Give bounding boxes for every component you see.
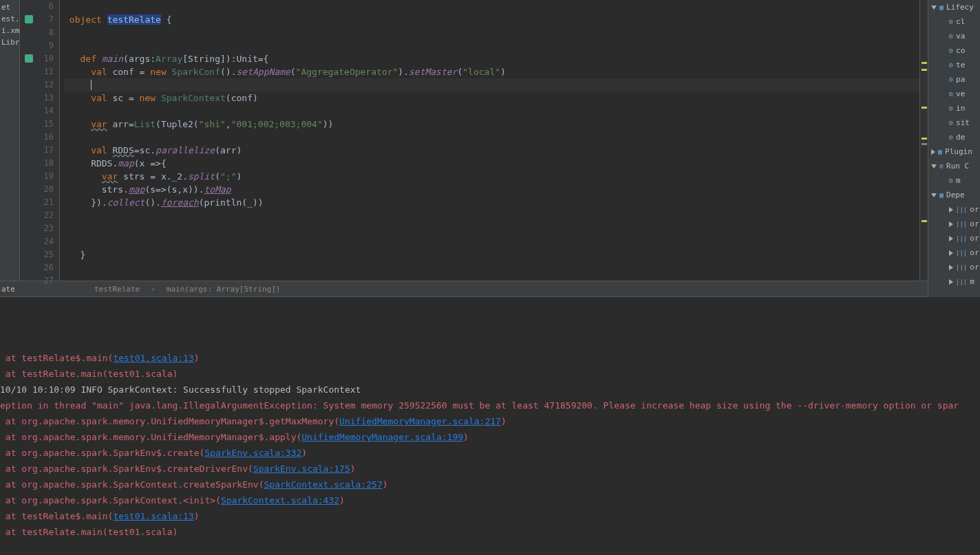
run-console[interactable]: ⚙ ↓ at testRelate$.main(test01.scala:13)… xyxy=(0,297,980,555)
tree-node[interactable]: ⚙in xyxy=(928,101,980,116)
line-number[interactable]: 17 xyxy=(20,144,54,157)
tree-node[interactable]: ▦Lifecy xyxy=(928,0,980,14)
code-line[interactable] xyxy=(64,26,919,39)
expand-icon[interactable] xyxy=(949,279,953,285)
line-number[interactable]: 27 xyxy=(20,274,54,287)
line-number[interactable]: 10 xyxy=(20,52,54,65)
tree-node[interactable]: |||or xyxy=(928,231,980,246)
console-line[interactable]: at org.apache.spark.SparkEnv$.createDriv… xyxy=(0,461,980,477)
code-line[interactable]: }).collect().foreach(println(_)) xyxy=(64,196,919,209)
tree-node[interactable]: |||or xyxy=(928,260,980,274)
console-line[interactable]: eption in thread "main" java.lang.Illega… xyxy=(0,398,980,413)
expand-icon[interactable] xyxy=(931,149,935,155)
line-number[interactable]: 8 xyxy=(20,26,54,39)
stacktrace-link[interactable]: SparkContext.scala:257 xyxy=(264,479,383,490)
method-gutter-icon[interactable] xyxy=(24,54,34,63)
line-number[interactable]: 13 xyxy=(20,91,54,105)
editor-gutter[interactable]: 6789101112131415161718192021222324252627 xyxy=(20,0,60,281)
code-line[interactable]: } xyxy=(64,248,919,261)
stacktrace-link[interactable]: SparkEnv.scala:175 xyxy=(253,464,350,474)
line-number[interactable]: 16 xyxy=(20,131,54,144)
console-line[interactable]: at org.apache.spark.memory.UnifiedMemory… xyxy=(0,429,980,445)
line-number[interactable]: 26 xyxy=(20,261,54,274)
line-number[interactable]: 20 xyxy=(20,183,54,196)
expand-icon[interactable] xyxy=(949,250,953,256)
line-number[interactable]: 7 xyxy=(20,13,54,26)
code-line[interactable] xyxy=(64,261,919,274)
tree-node[interactable]: ⚙m xyxy=(928,173,980,188)
tree-node[interactable]: ⚙de xyxy=(928,130,980,144)
stacktrace-link[interactable]: UnifiedMemoryManager.scala:217 xyxy=(339,416,501,426)
code-line[interactable] xyxy=(64,131,919,144)
line-number[interactable]: 23 xyxy=(20,222,54,235)
collapse-icon[interactable] xyxy=(931,6,937,10)
line-number[interactable]: 14 xyxy=(20,105,54,118)
line-number[interactable]: 11 xyxy=(20,65,54,78)
stacktrace-link[interactable]: test01.scala:13 xyxy=(113,353,193,363)
tree-node[interactable]: |||or xyxy=(928,217,980,231)
line-number[interactable]: 9 xyxy=(20,39,54,52)
tree-node[interactable]: ⚙va xyxy=(928,29,980,43)
console-line[interactable]: at org.apache.spark.SparkContext.createS… xyxy=(0,477,980,492)
code-line[interactable] xyxy=(64,222,919,235)
warning-marker[interactable] xyxy=(922,107,927,109)
expand-icon[interactable] xyxy=(949,221,953,227)
code-line[interactable]: var strs = x._2.split(";") xyxy=(64,170,919,183)
console-settings-icon[interactable]: ⚙ ↓ xyxy=(950,297,974,299)
tree-node[interactable]: ⚙sit xyxy=(928,116,980,130)
code-line[interactable]: def main(args:Array[String]):Unit={ xyxy=(64,52,919,65)
tree-node[interactable]: ⚙te xyxy=(928,58,980,72)
line-number[interactable]: 12 xyxy=(20,78,54,91)
tree-node[interactable]: ⚙co xyxy=(928,43,980,58)
console-line[interactable]: 10/10 10:10:09 INFO SparkContext: Succes… xyxy=(0,382,980,398)
line-number[interactable]: 22 xyxy=(20,209,54,222)
code-line[interactable]: object testRelate { xyxy=(64,13,919,26)
stacktrace-link[interactable]: UnifiedMemoryManager.scala:199 xyxy=(301,432,463,442)
warning-marker[interactable] xyxy=(922,143,927,145)
tree-node[interactable]: ▦Plugin xyxy=(928,144,980,159)
line-number[interactable]: 25 xyxy=(20,248,54,261)
code-line[interactable] xyxy=(64,78,919,91)
tree-node[interactable]: ⚙cl xyxy=(928,14,980,29)
warning-marker[interactable] xyxy=(922,220,927,222)
error-stripe[interactable] xyxy=(919,0,928,281)
code-line[interactable] xyxy=(64,0,919,13)
tree-node[interactable]: |||or xyxy=(928,202,980,217)
console-line[interactable]: at org.apache.spark.SparkContext.<init>(… xyxy=(0,492,980,508)
object-gutter-icon[interactable] xyxy=(24,14,34,24)
console-line[interactable]: at testRelate.main(test01.scala) xyxy=(0,524,980,540)
line-number[interactable]: 6 xyxy=(20,0,54,13)
code-line[interactable] xyxy=(64,274,919,287)
console-line[interactable]: at org.apache.spark.memory.UnifiedMemory… xyxy=(0,413,980,429)
tree-node[interactable]: ⚙Run C xyxy=(928,159,980,173)
console-line[interactable]: at org.apache.spark.SparkEnv$.create(Spa… xyxy=(0,445,980,461)
maven-tool-window[interactable]: ▦Lifecy⚙cl⚙va⚙co⚙te⚙pa⚙ve⚙in⚙sit⚙de▦Plug… xyxy=(928,0,980,297)
line-number[interactable]: 15 xyxy=(20,118,54,131)
line-number[interactable]: 18 xyxy=(20,157,54,170)
code-line[interactable]: strs.map(s=>(s,x)).toMap xyxy=(64,183,919,196)
project-item[interactable]: Libra xyxy=(0,36,19,48)
line-number[interactable]: 24 xyxy=(20,235,54,248)
line-number[interactable]: 21 xyxy=(20,196,54,209)
code-line[interactable] xyxy=(64,235,919,248)
line-number[interactable]: 19 xyxy=(20,170,54,183)
code-line[interactable]: var arr=List(Tuple2("shi","001;002;003;0… xyxy=(64,118,919,131)
warning-marker[interactable] xyxy=(922,138,927,140)
stacktrace-link[interactable]: SparkContext.scala:432 xyxy=(221,495,339,505)
code-line[interactable]: val sc = new SparkContext(conf) xyxy=(64,91,919,105)
tree-node[interactable]: |||m xyxy=(928,274,980,289)
collapse-icon[interactable] xyxy=(931,193,937,197)
console-line[interactable]: at testRelate$.main(test01.scala:13) xyxy=(0,508,980,524)
project-item[interactable]: est.im xyxy=(0,13,19,25)
tree-node[interactable]: |||or xyxy=(928,246,980,260)
expand-icon[interactable] xyxy=(949,265,953,270)
warning-marker[interactable] xyxy=(922,69,927,71)
tree-node[interactable]: ⚙ve xyxy=(928,87,980,101)
expand-icon[interactable] xyxy=(949,236,953,241)
console-line[interactable]: at testRelate.main(test01.scala) xyxy=(0,366,980,382)
console-line[interactable]: at testRelate$.main(test01.scala:13) xyxy=(0,350,980,366)
collapse-icon[interactable] xyxy=(931,164,937,168)
warning-marker[interactable] xyxy=(922,62,927,64)
editor-content[interactable]: object testRelate { def main(args:Array[… xyxy=(60,0,919,281)
tree-node[interactable]: ⚙pa xyxy=(928,72,980,87)
